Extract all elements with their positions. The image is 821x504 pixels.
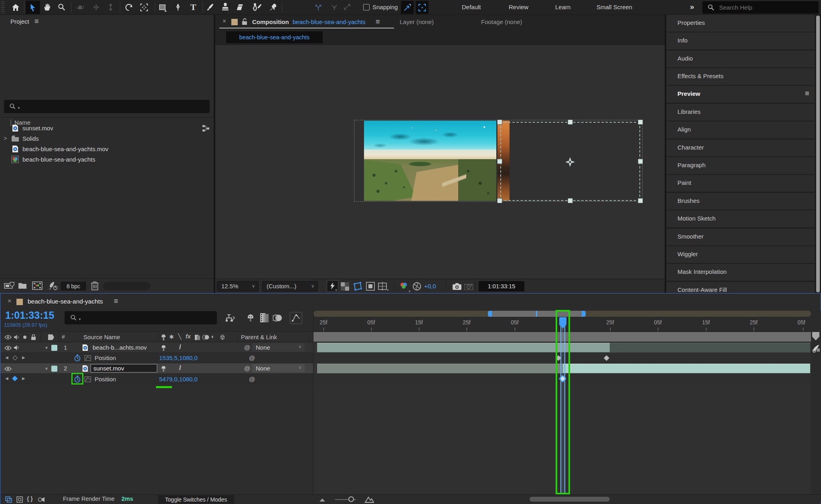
timeline-zoom-slider-knob[interactable] [348, 496, 354, 502]
project-panel-menu-icon[interactable]: ≡ [34, 17, 39, 26]
orbit-camera-tool[interactable] [75, 2, 86, 13]
new-composition-icon[interactable] [32, 281, 42, 290]
sidebar-item-brushes[interactable]: Brushes [666, 193, 815, 210]
property-row-2-left[interactable]: ◀ ▶ Position 5479,0,1080,0 @ [0, 374, 313, 384]
hand-tool[interactable] [42, 2, 53, 13]
frame-blending-toggle-icon[interactable] [259, 313, 269, 323]
layer-2-bar-selected[interactable] [563, 364, 810, 373]
snapping-checkbox[interactable] [363, 4, 370, 10]
workspace-tab-learn[interactable]: Learn [555, 4, 570, 10]
quality-switch[interactable]: / [179, 344, 181, 351]
interpret-footage-icon[interactable] [4, 282, 14, 290]
sidebar-item-preview[interactable]: Preview ≡ [666, 86, 815, 103]
beach-footage-image[interactable] [364, 121, 496, 201]
graph-editor-button[interactable] [290, 312, 302, 324]
workspace-overflow-chevron[interactable]: » [690, 2, 694, 11]
unlock-icon[interactable] [242, 18, 247, 25]
search-options-chevron-icon[interactable]: ▼ [78, 318, 81, 321]
transparency-grid-icon[interactable] [341, 282, 349, 291]
layer-2-bar-before-in[interactable] [317, 364, 563, 373]
timeline-tab-menu-icon[interactable]: ≡ [114, 297, 118, 306]
roto-brush-tool[interactable] [250, 2, 263, 13]
layer-row-1-left[interactable]: ▼ 1 beach-b...achts.mov / @ None∨ [0, 342, 313, 353]
brush-tool[interactable] [204, 2, 216, 13]
toggle-switches-modes-button[interactable]: Toggle Switches / Modes [158, 495, 234, 504]
selection-handle[interactable] [568, 119, 573, 125]
home-button[interactable] [10, 2, 21, 13]
sidebar-item-motion-sketch[interactable]: Motion Sketch [666, 211, 815, 227]
property-row-1-left[interactable]: ◀ ▶ Position 1535,5,1080,0 @ [0, 353, 313, 363]
selection-handle[interactable] [497, 159, 502, 164]
timeline-search-input[interactable] [85, 312, 210, 323]
source-name-column-header[interactable]: Source Name [83, 334, 120, 340]
resolution-dropdown[interactable]: (Custom...) ∨ [262, 281, 318, 291]
expand-in-out-panes-icon[interactable]: { } [27, 496, 33, 502]
viewer-tab-comp-name[interactable]: beach-blue-sea-and-yachts [293, 18, 366, 25]
text-tool[interactable]: T [188, 2, 199, 13]
project-search-input[interactable] [25, 101, 201, 112]
sidebar-item-paint[interactable]: Paint [666, 175, 815, 192]
pen-tool[interactable] [172, 2, 184, 13]
timeline-zoom-in-icon[interactable] [364, 496, 374, 503]
layer-source-name[interactable]: beach-b...achts.mov [93, 344, 147, 351]
layer-row-2-left[interactable]: ▼ 2 sunset.mov / @ None∨ [0, 363, 313, 374]
next-keyframe-arrow[interactable]: ▶ [22, 355, 25, 360]
viewer-tab-close-icon[interactable]: × [222, 18, 226, 25]
property-pick-whip-icon[interactable]: @ [249, 354, 255, 361]
current-timecode[interactable]: 1:01:33:15 [5, 310, 54, 321]
snap-to-features-button[interactable] [416, 1, 429, 14]
sidebar-item-info[interactable]: Info [666, 32, 815, 49]
add-keyframe-diamond[interactable] [12, 355, 18, 360]
timeline-horizontal-scrollbar[interactable] [530, 497, 610, 502]
mask-visibility-toggle-icon[interactable] [353, 281, 362, 291]
exposure-icon[interactable] [413, 282, 421, 291]
help-search-input[interactable] [719, 2, 815, 12]
property-pick-whip-icon[interactable]: @ [249, 376, 255, 383]
selected-layer-name-box[interactable]: sunset.mov [91, 364, 157, 372]
snapshot-camera-icon[interactable] [453, 283, 461, 290]
world-axis-mode[interactable] [329, 2, 340, 13]
property-name[interactable]: Position [95, 376, 116, 383]
layer-expand-chevron-icon[interactable]: ▼ [44, 366, 49, 371]
sidebar-item-align[interactable]: Align [666, 121, 815, 138]
parent-link-dropdown[interactable]: None∨ [252, 364, 305, 372]
channel-button[interactable]: ▼ [399, 281, 411, 292]
expand-transfer-controls-icon[interactable] [16, 496, 23, 503]
sidebar-scrollbar[interactable] [816, 16, 820, 292]
property-value[interactable]: 1535,5,1080,0 [159, 354, 198, 361]
comp-sub-tab[interactable]: beach-blue-sea-and-yachts [226, 31, 323, 43]
layer-expand-chevron-icon[interactable]: ▼ [44, 346, 49, 350]
parent-link-dropdown[interactable]: None∨ [252, 343, 305, 352]
anchor-point-icon[interactable] [564, 156, 576, 168]
show-snapshot-icon[interactable] [464, 283, 473, 290]
list-item[interactable]: sunset.mov [0, 123, 214, 134]
bit-depth-button[interactable]: 8 bpc [60, 281, 87, 291]
project-search-box[interactable]: ▼ [4, 100, 210, 113]
layer-visibility-eye-icon[interactable] [4, 346, 12, 350]
render-settings-rocket-icon[interactable] [48, 281, 58, 291]
property-name[interactable]: Position [95, 354, 116, 361]
selection-tool[interactable] [26, 1, 40, 14]
shy-switch-icon[interactable] [161, 345, 166, 351]
sidebar-item-smoother[interactable]: Smoother [666, 229, 815, 245]
puppet-pin-tool[interactable] [267, 2, 279, 13]
navigator-start-handle[interactable] [488, 311, 492, 317]
prev-keyframe-arrow[interactable]: ◀ [5, 355, 8, 360]
shy-toggle-icon[interactable] [246, 314, 255, 322]
prev-keyframe-arrow[interactable]: ◀ [5, 376, 8, 381]
next-keyframe-arrow[interactable]: ▶ [22, 376, 25, 381]
quill-icon[interactable] [812, 344, 820, 353]
selection-handle[interactable] [568, 198, 573, 203]
layer-audio-speaker-icon[interactable] [14, 345, 19, 350]
timeline-tab-comp-name[interactable]: beach-blue-sea-and-yachts [28, 298, 103, 305]
rotation-tool[interactable] [123, 2, 135, 13]
layer-visibility-eye-icon[interactable] [4, 366, 12, 371]
selection-handle[interactable] [638, 159, 643, 164]
viewer-tab-label[interactable]: Composition [252, 18, 289, 25]
sidebar-item-character[interactable]: Character [666, 140, 815, 156]
timeline-tab-close-icon[interactable]: × [8, 298, 11, 305]
region-of-interest-icon[interactable] [366, 282, 375, 291]
expand-render-time-pane-icon[interactable] [38, 496, 46, 503]
snap-to-edges-button[interactable] [401, 1, 414, 14]
viewer-timecode-box[interactable]: 1:01:33:15 [478, 281, 525, 292]
